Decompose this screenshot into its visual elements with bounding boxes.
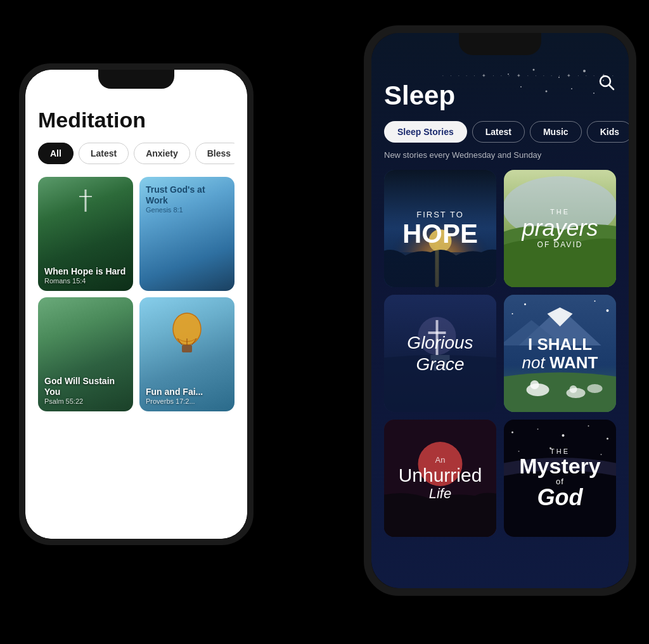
left-phone: Meditation All Latest Anxiety Bless When… — [19, 63, 254, 545]
meditation-title: Meditation — [38, 108, 235, 132]
svg-point-16 — [593, 93, 594, 94]
svg-point-37 — [524, 304, 526, 306]
svg-point-8 — [508, 74, 509, 75]
card-title-fun: Fun and Fai... — [146, 387, 203, 397]
card-sub-fun: Proverbs 17:2... — [146, 397, 203, 405]
prayers-sub: OF DAVID — [522, 240, 598, 249]
sleep-card-glorious[interactable]: Glorious Grace — [384, 295, 496, 412]
svg-line-7 — [609, 85, 614, 89]
svg-point-48 — [588, 425, 589, 427]
card-title-sustain: God Will Sustain You — [44, 376, 127, 397]
svg-rect-20 — [384, 252, 496, 287]
right-phone: Sleep Sleep Stories Latest Music Kids Ne… — [364, 25, 636, 596]
svg-point-40 — [512, 313, 513, 314]
svg-point-13 — [520, 86, 522, 87]
left-screen: Meditation All Latest Anxiety Bless When… — [25, 70, 247, 539]
filter-latest[interactable]: Latest — [79, 143, 129, 164]
left-notch — [98, 70, 174, 89]
svg-point-10 — [558, 77, 560, 78]
svg-point-38 — [594, 300, 596, 302]
sleep-card-hope[interactable]: FIRST TO HOPE — [384, 170, 496, 287]
sleep-filter-kids[interactable]: Kids — [587, 121, 629, 143]
meditation-filters: All Latest Anxiety Bless — [38, 143, 235, 164]
card-sub-sustain: Psalm 55:22 — [44, 397, 127, 405]
svg-point-11 — [583, 70, 586, 72]
hope-line2: HOPE — [402, 221, 478, 247]
sleep-card-prayers[interactable]: THE prayers OF DAVID — [504, 170, 616, 287]
meditation-screen: Meditation All Latest Anxiety Bless When… — [25, 70, 247, 539]
card-sub-trust: Genesis 8:1 — [146, 206, 228, 214]
sleep-subtitle: New stories every Wednesday and Sunday — [384, 150, 616, 160]
med-card-trust[interactable]: Trust God's at Work Genesis 8:1 — [139, 177, 235, 291]
sleep-card-shall[interactable]: I SHALLnot WANT — [504, 295, 616, 412]
sleep-card-mystery[interactable]: THE Mystery of God — [504, 420, 616, 537]
med-card-fun[interactable]: Fun and Fai... Proverbs 17:2... — [139, 297, 235, 411]
glorious-text: Glorious Grace — [390, 332, 490, 375]
svg-point-46 — [537, 428, 539, 430]
svg-point-35 — [570, 385, 577, 393]
scene: Meditation All Latest Anxiety Bless When… — [0, 0, 649, 644]
svg-point-14 — [546, 91, 548, 93]
med-card-hope[interactable]: When Hope is Hard Romans 15:4 — [38, 177, 133, 291]
shall-text: I SHALLnot WANT — [522, 335, 598, 371]
right-screen: Sleep Sleep Stories Latest Music Kids Ne… — [371, 33, 629, 588]
svg-point-39 — [607, 309, 609, 312]
med-card-sustain[interactable]: God Will Sustain You Psalm 55:22 — [38, 297, 133, 411]
unhurried-an: An — [399, 455, 482, 465]
sleep-screen: Sleep Sleep Stories Latest Music Kids Ne… — [371, 33, 629, 588]
filter-all[interactable]: All — [38, 143, 74, 164]
meditation-grid: When Hope is Hard Romans 15:4 Trust God'… — [38, 177, 235, 411]
svg-point-36 — [588, 384, 603, 393]
prayers-the: THE — [522, 208, 598, 216]
prayers-main: prayers — [522, 216, 598, 241]
filter-anxiety[interactable]: Anxiety — [134, 143, 190, 164]
sleep-filters: Sleep Stories Latest Music Kids — [384, 121, 616, 143]
mystery-god: God — [519, 486, 601, 509]
unhurried-main: Unhurried — [399, 465, 482, 486]
search-icon[interactable] — [598, 74, 616, 92]
card-title-hope: When Hope is Hard — [44, 266, 125, 277]
sleep-filter-latest[interactable]: Latest — [472, 121, 525, 143]
sleep-card-unhurried[interactable]: An Unhurried Life — [384, 420, 496, 537]
balloon-icon — [168, 310, 206, 361]
svg-point-9 — [533, 69, 535, 71]
right-notch — [459, 33, 541, 55]
mystery-main: Mystery — [519, 455, 601, 477]
sleep-grid: FIRST TO HOPE — [384, 170, 616, 537]
svg-point-49 — [607, 438, 608, 440]
svg-rect-2 — [182, 345, 192, 352]
svg-point-33 — [530, 380, 539, 389]
card-sub-hope: Romans 15:4 — [44, 277, 125, 285]
sleep-filter-stories[interactable]: Sleep Stories — [384, 121, 467, 143]
svg-point-15 — [571, 88, 572, 89]
sleep-filter-music[interactable]: Music — [530, 121, 582, 143]
filter-bless[interactable]: Bless — [195, 143, 235, 164]
svg-point-45 — [511, 432, 513, 434]
svg-point-47 — [562, 434, 565, 437]
stars-decoration — [496, 65, 610, 103]
card-title-trust: Trust God's at Work — [146, 184, 228, 206]
unhurried-life: Life — [399, 486, 482, 502]
hope-line1: FIRST TO — [402, 210, 478, 219]
